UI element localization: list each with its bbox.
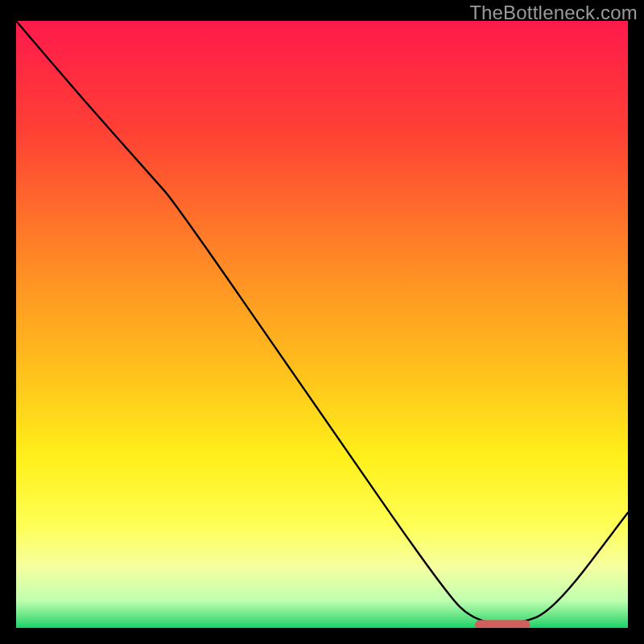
chart-plot [16,21,628,628]
svg-rect-0 [16,21,628,628]
svg-rect-1 [475,620,530,628]
chart-frame: TheBottleneck.com [0,0,644,644]
chart-svg [16,21,628,628]
